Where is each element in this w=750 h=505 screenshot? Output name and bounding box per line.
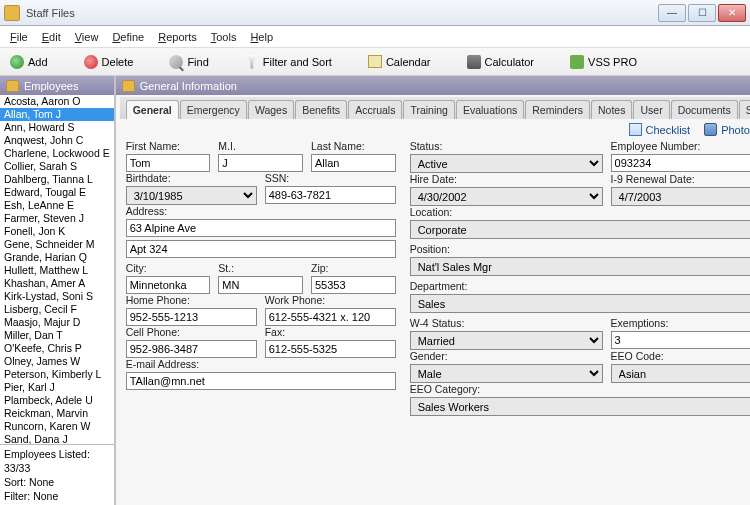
menu-reports[interactable]: Reports xyxy=(158,31,197,43)
tab-user[interactable]: User xyxy=(633,100,669,119)
tab-evaluations[interactable]: Evaluations xyxy=(456,100,524,119)
emp-no-label: Employee Number: xyxy=(611,140,750,152)
fax-field[interactable] xyxy=(265,340,396,358)
employee-list-item[interactable]: Kirk-Lystad, Soni S xyxy=(0,290,114,303)
employee-list-item[interactable]: Collier, Sarah S xyxy=(0,160,114,173)
position-label: Position: xyxy=(410,243,750,255)
tab-emergency[interactable]: Emergency xyxy=(180,100,247,119)
employee-list[interactable]: Acosta, Aaron OAllan, Tom JAnn, Howard S… xyxy=(0,95,114,444)
state-field[interactable] xyxy=(218,276,303,294)
position-field[interactable]: Nat'l Sales Mgr xyxy=(410,257,750,276)
tab-wages[interactable]: Wages xyxy=(248,100,294,119)
employee-list-item[interactable]: Hullett, Matthew L xyxy=(0,264,114,277)
employees-sidebar: Employees Acosta, Aaron OAllan, Tom JAnn… xyxy=(0,76,116,505)
hire-date-field[interactable]: 4/30/2002 xyxy=(410,187,603,206)
address-field-2[interactable] xyxy=(126,240,396,258)
w4-label: W-4 Status: xyxy=(410,317,603,329)
birthdate-field[interactable]: 3/10/1985 xyxy=(126,186,257,205)
employee-list-item[interactable]: Fonell, Jon K xyxy=(0,225,114,238)
menu-edit[interactable]: Edit xyxy=(42,31,61,43)
employee-list-item[interactable]: Plambeck, Adele U xyxy=(0,394,114,407)
gender-field[interactable]: Male xyxy=(410,364,603,383)
folder-icon xyxy=(6,80,19,92)
filter-status: Filter: None xyxy=(4,489,110,503)
toolbar: Add Delete Find Filter and Sort Calendar… xyxy=(0,48,750,76)
sidebar-footer: Employees Listed: 33/33 Sort: None Filte… xyxy=(0,444,114,505)
employee-list-item[interactable]: Acosta, Aaron O xyxy=(0,95,114,108)
cell-phone-field[interactable] xyxy=(126,340,257,358)
employee-list-item[interactable]: Olney, James W xyxy=(0,355,114,368)
emp-no-field[interactable] xyxy=(611,154,750,172)
employee-list-item[interactable]: Pier, Karl J xyxy=(0,381,114,394)
home-phone-label: Home Phone: xyxy=(126,294,257,306)
employee-list-item[interactable]: Esh, LeAnne E xyxy=(0,199,114,212)
tab-reminders[interactable]: Reminders xyxy=(525,100,590,119)
tab-benefits[interactable]: Benefits xyxy=(295,100,347,119)
i9-field[interactable]: 4/7/2003 xyxy=(611,187,750,206)
photo-button[interactable]: Photo xyxy=(704,123,750,136)
filter-button[interactable]: Filter and Sort xyxy=(245,55,332,69)
employee-list-item[interactable]: Sand, Dana J xyxy=(0,433,114,444)
eeo-code-field[interactable]: Asian xyxy=(611,364,750,383)
tab-notes[interactable]: Notes xyxy=(591,100,632,119)
mi-label: M.I. xyxy=(218,140,303,152)
ssn-field[interactable] xyxy=(265,186,396,204)
close-button[interactable]: ✕ xyxy=(718,4,746,22)
employee-list-item[interactable]: Farmer, Steven J xyxy=(0,212,114,225)
eeo-cat-field[interactable]: Sales Workers xyxy=(410,397,750,416)
employee-list-item[interactable]: Edward, Tougal E xyxy=(0,186,114,199)
mi-field[interactable] xyxy=(218,154,303,172)
department-field[interactable]: Sales xyxy=(410,294,750,313)
add-button[interactable]: Add xyxy=(10,55,48,69)
vss-button[interactable]: VSS PRO xyxy=(570,55,637,69)
employee-list-item[interactable]: Maasjo, Majur D xyxy=(0,316,114,329)
zip-field[interactable] xyxy=(311,276,396,294)
hire-date-label: Hire Date: xyxy=(410,173,603,185)
tab-training[interactable]: Training xyxy=(403,100,455,119)
employee-list-item[interactable]: Dahlberg, Tianna L xyxy=(0,173,114,186)
work-phone-field[interactable] xyxy=(265,308,396,326)
employee-list-item[interactable]: Anqwest, John C xyxy=(0,134,114,147)
find-button[interactable]: Find xyxy=(169,55,208,69)
tab-general[interactable]: General xyxy=(126,100,179,119)
tab-separation[interactable]: Separation xyxy=(739,100,750,119)
location-field[interactable]: Corporate xyxy=(410,220,750,239)
checklist-button[interactable]: Checklist xyxy=(629,123,691,136)
menu-view[interactable]: View xyxy=(75,31,99,43)
vss-icon xyxy=(570,55,584,69)
employee-list-item[interactable]: Charlene, Lockwood E xyxy=(0,147,114,160)
last-name-field[interactable] xyxy=(311,154,396,172)
fax-label: Fax: xyxy=(265,326,396,338)
menu-help[interactable]: Help xyxy=(250,31,273,43)
employee-list-item[interactable]: Allan, Tom J xyxy=(0,108,114,121)
menu-tools[interactable]: Tools xyxy=(211,31,237,43)
address-field-1[interactable] xyxy=(126,219,396,237)
menu-file[interactable]: File xyxy=(10,31,28,43)
employee-list-item[interactable]: Grande, Harian Q xyxy=(0,251,114,264)
minimize-button[interactable]: — xyxy=(658,4,686,22)
w4-field[interactable]: Married xyxy=(410,331,603,350)
cell-phone-label: Cell Phone: xyxy=(126,326,257,338)
first-name-field[interactable] xyxy=(126,154,211,172)
maximize-button[interactable]: ☐ xyxy=(688,4,716,22)
city-field[interactable] xyxy=(126,276,211,294)
tab-documents[interactable]: Documents xyxy=(671,100,738,119)
employee-list-item[interactable]: Miller, Dan T xyxy=(0,329,114,342)
employee-list-item[interactable]: Ann, Howard S xyxy=(0,121,114,134)
menu-define[interactable]: Define xyxy=(112,31,144,43)
delete-button[interactable]: Delete xyxy=(84,55,134,69)
employee-list-item[interactable]: O'Keefe, Chris P xyxy=(0,342,114,355)
calendar-button[interactable]: Calendar xyxy=(368,55,431,68)
exemptions-field[interactable] xyxy=(611,331,750,349)
employee-list-item[interactable]: Runcorn, Karen W xyxy=(0,420,114,433)
email-field[interactable] xyxy=(126,372,396,390)
employee-list-item[interactable]: Gene, Schneider M xyxy=(0,238,114,251)
calculator-button[interactable]: Calculator xyxy=(467,55,535,69)
status-field[interactable]: Active xyxy=(410,154,603,173)
employee-list-item[interactable]: Lisberg, Cecil F xyxy=(0,303,114,316)
home-phone-field[interactable] xyxy=(126,308,257,326)
tab-accruals[interactable]: Accruals xyxy=(348,100,402,119)
employee-list-item[interactable]: Peterson, Kimberly L xyxy=(0,368,114,381)
employee-list-item[interactable]: Reickman, Marvin xyxy=(0,407,114,420)
employee-list-item[interactable]: Khashan, Amer A xyxy=(0,277,114,290)
